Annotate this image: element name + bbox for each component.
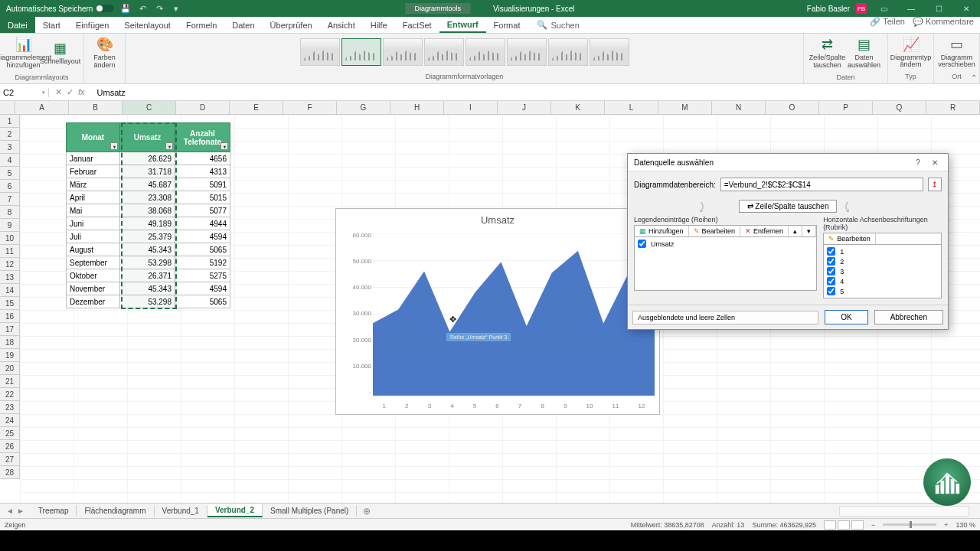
table-row[interactable]: Januar26.6294656: [67, 152, 230, 165]
cancel-formula-icon[interactable]: ✕: [55, 87, 62, 97]
style-thumb-3[interactable]: [383, 38, 423, 66]
tab-start[interactable]: Start: [35, 17, 68, 33]
series-list[interactable]: Umsatz: [634, 237, 817, 291]
normal-view-icon[interactable]: [824, 520, 836, 530]
row-header-19[interactable]: 19: [0, 349, 20, 362]
close-icon[interactable]: ✕: [956, 0, 977, 17]
col-header-E[interactable]: E: [230, 101, 283, 115]
col-header-G[interactable]: G: [337, 101, 390, 115]
row-header-20[interactable]: 20: [0, 362, 20, 375]
col-header-L[interactable]: L: [605, 101, 658, 115]
ribbon-options-icon[interactable]: ▭: [873, 0, 894, 17]
search-box[interactable]: 🔍 Suchen: [537, 17, 579, 33]
col-header-B[interactable]: B: [69, 101, 122, 115]
undo-icon[interactable]: ↶: [137, 3, 148, 14]
tab-file[interactable]: Datei: [0, 17, 35, 33]
save-icon[interactable]: 💾: [120, 3, 131, 14]
tab-ansicht[interactable]: Ansicht: [320, 17, 363, 33]
table-row[interactable]: April23.3085015: [67, 191, 230, 204]
row-header-3[interactable]: 3: [0, 141, 20, 154]
help-icon[interactable]: ?: [911, 157, 925, 168]
col-header-D[interactable]: D: [176, 101, 230, 115]
series-name[interactable]: Umsatz: [651, 240, 675, 248]
row-header-15[interactable]: 15: [0, 297, 20, 310]
ok-button[interactable]: OK: [825, 310, 867, 324]
row-header-9[interactable]: 9: [0, 219, 20, 232]
tab-format[interactable]: Format: [486, 17, 528, 33]
col-header-I[interactable]: I: [444, 101, 498, 115]
chart-object[interactable]: Umsatz 60.00050.00040.00030.00020.00010.…: [335, 208, 660, 415]
row-header-11[interactable]: 11: [0, 245, 20, 258]
style-thumb-6[interactable]: [507, 38, 547, 66]
user-name[interactable]: Fabio Basler: [807, 5, 850, 13]
col-header-N[interactable]: N: [712, 101, 766, 115]
maximize-icon[interactable]: ☐: [928, 0, 949, 17]
page-break-view-icon[interactable]: [851, 520, 864, 530]
row-header-13[interactable]: 13: [0, 271, 20, 284]
row-header-16[interactable]: 16: [0, 310, 20, 323]
page-layout-view-icon[interactable]: [838, 520, 850, 530]
category-list[interactable]: 1 2 3 4 5: [823, 245, 942, 298]
edit-axis-button[interactable]: ✎Bearbeiten: [824, 233, 876, 244]
swap-row-col-button[interactable]: ⇄ Zeile/Spalte tauschen: [739, 200, 838, 213]
move-chart-button[interactable]: ▭Diagramm verschieben: [939, 35, 975, 71]
style-thumb-8[interactable]: [590, 38, 629, 66]
zoom-in-icon[interactable]: +: [944, 521, 948, 529]
col-header-K[interactable]: K: [551, 101, 605, 115]
remove-series-button[interactable]: ✕Entfernen: [740, 226, 789, 236]
row-header-5[interactable]: 5: [0, 167, 20, 180]
data-table[interactable]: Monat▾ Umsatz▾ Anzahl Telefonate▾ Januar…: [66, 122, 230, 308]
name-box[interactable]: C2▾: [0, 88, 49, 97]
collapse-ribbon-icon[interactable]: ⌃: [971, 73, 977, 82]
chart-data-range-input[interactable]: [720, 178, 923, 191]
switch-row-col-button[interactable]: ⇄Zeile/Spalte tauschen: [809, 35, 846, 72]
row-header-6[interactable]: 6: [0, 180, 20, 193]
table-row[interactable]: August45.3435065: [67, 243, 230, 256]
table-row[interactable]: November45.3434594: [67, 282, 230, 295]
tab-einfuegen[interactable]: Einfügen: [68, 17, 116, 33]
select-data-button[interactable]: ▤Daten auswählen: [846, 35, 883, 72]
add-series-button[interactable]: ▦Hinzufügen: [635, 226, 689, 236]
col-header-Q[interactable]: Q: [873, 101, 926, 115]
row-header-14[interactable]: 14: [0, 284, 20, 297]
zoom-out-icon[interactable]: −: [871, 521, 875, 529]
change-colors-button[interactable]: 🎨Farben ändern: [87, 35, 123, 72]
style-thumb-2[interactable]: [341, 38, 381, 66]
floating-logo[interactable]: [923, 458, 971, 506]
move-down-button[interactable]: ▾: [802, 226, 816, 236]
qat-more-icon[interactable]: ▾: [171, 3, 181, 14]
close-dialog-icon[interactable]: ✕: [928, 157, 942, 168]
redo-icon[interactable]: ↷: [154, 3, 165, 14]
comments-button[interactable]: 💬 Kommentare: [913, 17, 974, 27]
col-header-P[interactable]: P: [819, 101, 873, 115]
enter-formula-icon[interactable]: ✓: [67, 87, 74, 97]
row-header-12[interactable]: 12: [0, 258, 20, 271]
autosave-toggle[interactable]: Automatisches Speichern: [6, 5, 114, 13]
tab-seitenlayout[interactable]: Seitenlayout: [116, 17, 178, 33]
hidden-cells-button[interactable]: Ausgeblendete und leere Zellen: [632, 311, 818, 324]
select-all-cell[interactable]: [0, 101, 15, 115]
col-header-H[interactable]: H: [390, 101, 444, 115]
col-header-R[interactable]: R: [926, 101, 980, 115]
cancel-button[interactable]: Abbrechen: [874, 310, 943, 324]
col-header-A[interactable]: A: [15, 101, 69, 115]
col-header-C[interactable]: C: [122, 101, 176, 115]
formula-input[interactable]: Umsatz: [91, 88, 980, 97]
sheet-tab-treemap[interactable]: Treemap: [31, 505, 77, 517]
sheet-tab-small-multiples[interactable]: Small Multiples (Panel): [263, 505, 357, 517]
row-header-22[interactable]: 22: [0, 388, 20, 401]
row-header-23[interactable]: 23: [0, 401, 20, 414]
table-row[interactable]: Juni49.1894944: [67, 217, 230, 230]
share-button[interactable]: 🔗 Teilen: [870, 17, 905, 27]
row-header-25[interactable]: 25: [0, 427, 20, 440]
fx-icon[interactable]: fx: [78, 87, 85, 97]
category-checkbox[interactable]: [827, 247, 835, 256]
table-row[interactable]: Mai38.0685077: [67, 204, 230, 217]
col-header-O[interactable]: O: [766, 101, 819, 115]
style-thumb-5[interactable]: [466, 38, 505, 66]
horizontal-scrollbar[interactable]: [839, 506, 969, 517]
style-thumb-1[interactable]: [300, 38, 340, 66]
row-header-26[interactable]: 26: [0, 440, 20, 453]
tab-entwurf[interactable]: Entwurf: [439, 17, 486, 33]
tab-daten[interactable]: Daten: [224, 17, 262, 33]
